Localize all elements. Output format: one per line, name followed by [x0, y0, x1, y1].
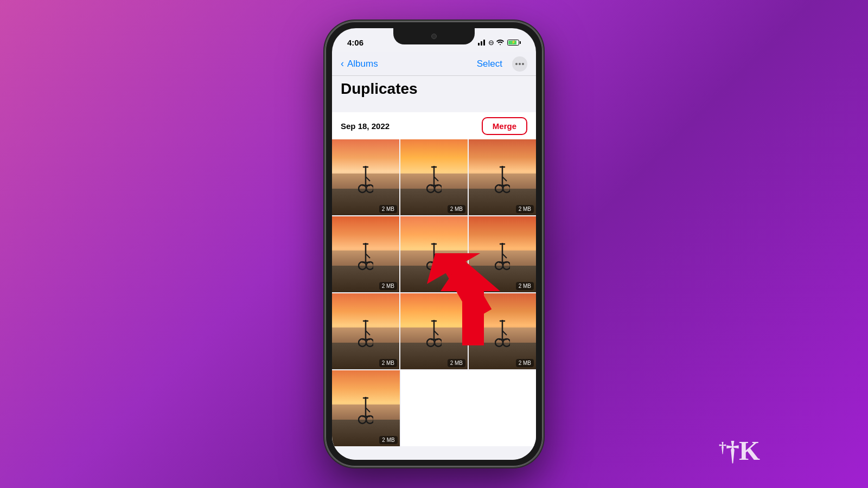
photo-size-6: 2 MB [516, 282, 534, 290]
photo-cell-4[interactable]: 2 MB [332, 216, 399, 292]
signal-icon [478, 40, 485, 46]
page-title-area: Duplicates [332, 76, 536, 104]
phone-screen: 4:06 ⊖ ⚡ [332, 28, 536, 460]
photo-size-3: 2 MB [516, 205, 534, 213]
scooter-svg-8 [426, 320, 442, 348]
photo-size-7: 2 MB [379, 359, 397, 367]
scooter-svg-1 [358, 166, 373, 194]
nav-bar: ‹ Albums Select [332, 52, 536, 76]
photo-image-6 [469, 216, 536, 292]
watermark: ††K [719, 435, 760, 466]
photo-size-5: 2 MB [448, 282, 465, 290]
photo-cell-6[interactable]: 2 MB [469, 216, 536, 292]
battery-icon: ⚡ [507, 40, 521, 46]
photos-grid: 2 MB [332, 139, 536, 460]
photo-image-5 [400, 216, 468, 292]
dot-1 [515, 63, 518, 65]
power-button [542, 125, 545, 168]
signal-bar-2 [481, 41, 482, 46]
dot-3 [522, 63, 524, 65]
photo-size-8: 2 MB [448, 359, 465, 367]
date-header: Sep 18, 2022 Merge [332, 112, 536, 139]
nav-actions: Select [473, 56, 527, 72]
phone-mockup: 4:06 ⊖ ⚡ [326, 22, 542, 466]
status-icons: ⊖ ⚡ [478, 34, 521, 47]
photo-size-4: 2 MB [379, 282, 397, 290]
photo-cell-9[interactable]: 2 MB [469, 293, 536, 369]
status-time: 4:06 [347, 34, 363, 47]
photo-row-2: 2 MB [332, 216, 536, 292]
photo-size-2: 2 MB [448, 205, 465, 213]
photo-cell-7[interactable]: 2 MB [332, 293, 399, 369]
front-camera [431, 34, 437, 39]
photo-image-10 [332, 370, 400, 446]
photo-cell-5[interactable]: 2 MB [400, 216, 468, 292]
scooter-svg-2 [426, 166, 442, 194]
select-button[interactable]: Select [473, 56, 507, 72]
scooter-svg-4 [358, 243, 373, 271]
photo-image-3 [469, 139, 536, 215]
photo-cell-3[interactable]: 2 MB [469, 139, 536, 215]
photo-image-9 [469, 293, 536, 369]
photo-cell-8[interactable]: 2 MB [400, 293, 468, 369]
photo-size-10: 2 MB [379, 436, 397, 444]
photo-size-9: 2 MB [516, 359, 534, 367]
scooter-svg-5 [426, 243, 442, 271]
photo-image-2 [400, 139, 468, 215]
signal-bar-1 [478, 43, 480, 46]
scooter-svg-9 [495, 320, 510, 348]
photo-cell-1[interactable]: 2 MB [332, 139, 399, 215]
photo-cell-10[interactable]: 2 MB [332, 370, 400, 446]
photo-image-1 [332, 139, 399, 215]
watermark-k: †K [726, 435, 760, 466]
photo-image-4 [332, 216, 399, 292]
photo-size-1: 2 MB [379, 205, 397, 213]
date-text: Sep 18, 2022 [341, 121, 390, 131]
empty-cell [401, 370, 536, 446]
more-button[interactable] [512, 56, 527, 72]
scooter-svg-3 [495, 166, 510, 194]
scooter-svg-7 [358, 320, 373, 348]
scooter-svg-10 [358, 397, 373, 425]
back-chevron-icon: ‹ [341, 58, 344, 69]
photo-row-4: 2 MB [332, 370, 536, 446]
wifi-icon: ⊖ [488, 38, 504, 47]
back-button[interactable]: ‹ Albums [341, 58, 378, 69]
scooter-svg-6 [495, 243, 510, 271]
merge-button[interactable]: Merge [482, 117, 527, 135]
watermark-symbol: † [719, 439, 726, 455]
photo-image-7 [332, 293, 399, 369]
signal-bar-3 [483, 40, 485, 46]
page-title: Duplicates [341, 80, 527, 98]
photo-row-1: 2 MB [332, 139, 536, 215]
photo-cell-2[interactable]: 2 MB [400, 139, 468, 215]
photo-image-8 [400, 293, 468, 369]
notch [393, 28, 475, 44]
back-label: Albums [347, 59, 378, 69]
dot-2 [519, 63, 521, 65]
photo-row-3: 2 MB [332, 293, 536, 369]
